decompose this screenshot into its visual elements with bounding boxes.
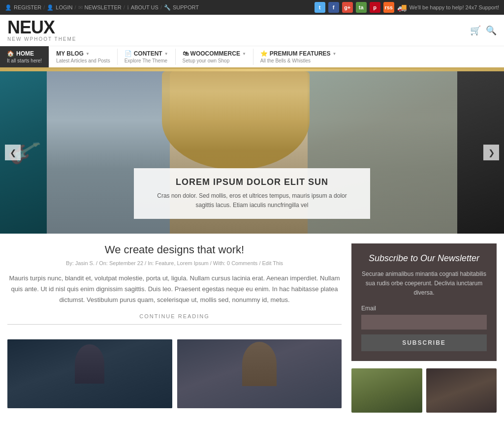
nav-item-premium[interactable]: ⭐ PREMIUM FEATURES ▼ All the Bells & Whi… (253, 46, 344, 67)
nav-item-woocommerce[interactable]: 🛍 WOOCOMMERCE ▼ Setup your own Shop (176, 46, 253, 67)
post-title: We create designs that work! (7, 243, 342, 256)
newsletter-icon: ✉ (78, 4, 83, 11)
home-nav-icon: 🏠 (7, 50, 14, 57)
top-bar-links: 👤 REGISTER / 👤 LOGIN / ✉ NEWSLETTER / ℹ … (5, 4, 199, 11)
twitter-icon[interactable]: t (315, 2, 325, 13)
googleplus-icon[interactable]: g+ (342, 2, 353, 13)
thumb-1[interactable] (7, 339, 172, 408)
login-link[interactable]: LOGIN (56, 4, 72, 10)
email-input[interactable] (361, 315, 487, 330)
newsletter-box: Subscribe to Our Newsletter Securae anim… (351, 243, 497, 361)
sidebar-thumb-1[interactable] (351, 368, 422, 413)
register-link[interactable]: REGISTER (14, 4, 41, 10)
logo-title: NEUX (7, 19, 77, 36)
sidebar-thumbnails (351, 368, 497, 413)
blog-arrow-icon: ▼ (86, 52, 90, 56)
support-icon: 🔧 (164, 4, 171, 11)
nav-item-home[interactable]: 🏠 HOME It all starts here! (0, 46, 49, 67)
support-text: 🚚 We'll be happy to help! 24x7 Support! (397, 3, 499, 12)
search-icon[interactable]: 🔍 (486, 25, 497, 36)
slider: 🎸 ❮ LOREM IPSUM DOLOR ELIT SUN Cras non … (0, 71, 504, 234)
main-area: We create designs that work! By: Jasin S… (0, 234, 504, 421)
login-icon: 👤 (47, 4, 54, 11)
newsletter-desc: Securae animalibus minantia cognati habi… (361, 270, 487, 298)
rss-icon[interactable]: rss (383, 2, 394, 13)
slider-title: LOREM IPSUM DOLOR ELIT SUN (149, 177, 355, 187)
cart-icon[interactable]: 🛒 (470, 25, 481, 36)
continue-reading-link[interactable]: CONTINUE READING (7, 313, 342, 325)
pinterest-icon[interactable]: p (370, 2, 380, 13)
email-label: Email (361, 305, 487, 312)
thumb-2[interactable] (177, 339, 342, 408)
woo-nav-icon: 🛍 (183, 50, 189, 57)
blog-post: We create designs that work! By: Jasin S… (7, 243, 342, 325)
facebook-icon[interactable]: f (328, 2, 339, 13)
premium-arrow-icon: ▼ (333, 52, 337, 56)
nav-item-blog[interactable]: MY BLOG ▼ Latest Articles and Posts (49, 46, 117, 67)
subscribe-button[interactable]: SUBSCRIBE (361, 334, 487, 351)
truck-icon: 🚚 (397, 3, 407, 12)
sidebar: Subscribe to Our Newsletter Securae anim… (351, 243, 497, 413)
content-area: We create designs that work! By: Jasin S… (7, 243, 342, 413)
main-nav: 🏠 HOME It all starts here! MY BLOG ▼ Lat… (0, 46, 504, 69)
logo-subtitle: NEW WPHOOT THEME (7, 36, 77, 42)
slider-text: Cras non dolor. Sed mollis, eros et ultr… (149, 191, 355, 210)
premium-nav-icon: ⭐ (260, 50, 268, 57)
sidebar-thumb-2[interactable] (426, 368, 497, 413)
slider-side-right: ❯ (457, 71, 504, 234)
thumbnail-grid (7, 339, 342, 408)
top-bar: 👤 REGISTER / 👤 LOGIN / ✉ NEWSLETTER / ℹ … (0, 0, 504, 15)
register-icon: 👤 (5, 4, 12, 11)
slider-prev-button[interactable]: ❮ (5, 145, 21, 160)
support-link[interactable]: SUPPORT (173, 4, 199, 10)
tripadvisor-icon[interactable]: ta (356, 2, 367, 13)
top-bar-right: t f g+ ta p rss 🚚 We'll be happy to help… (315, 2, 499, 13)
slider-main: LOREM IPSUM DOLOR ELIT SUN Cras non dolo… (47, 71, 457, 234)
nav-item-content[interactable]: 📄 CONTENT ▼ Explore The Theme (118, 46, 175, 67)
post-meta: By: Jasin S. / On: September 22 / In: Fe… (7, 260, 342, 266)
slider-next-button[interactable]: ❯ (483, 145, 499, 160)
newsletter-link[interactable]: NEWSLETTER (85, 4, 122, 10)
content-arrow-icon: ▼ (164, 52, 168, 56)
logo[interactable]: NEUX NEW WPHOOT THEME (7, 19, 77, 42)
aboutus-icon: ℹ (127, 4, 129, 11)
slider-caption: LOREM IPSUM DOLOR ELIT SUN Cras non dolo… (134, 168, 370, 219)
woo-arrow-icon: ▼ (242, 52, 246, 56)
slider-side-left: 🎸 ❮ (0, 71, 47, 234)
aboutus-link[interactable]: ABOUT US (131, 4, 158, 10)
post-body: Mauris turpis nunc, blandit et, volutpat… (7, 273, 342, 305)
content-nav-icon: 📄 (125, 50, 132, 57)
site-header: NEUX NEW WPHOOT THEME 🛒 🔍 (0, 15, 504, 46)
header-icons: 🛒 🔍 (470, 25, 497, 36)
newsletter-title: Subscribe to Our Newsletter (361, 253, 487, 264)
